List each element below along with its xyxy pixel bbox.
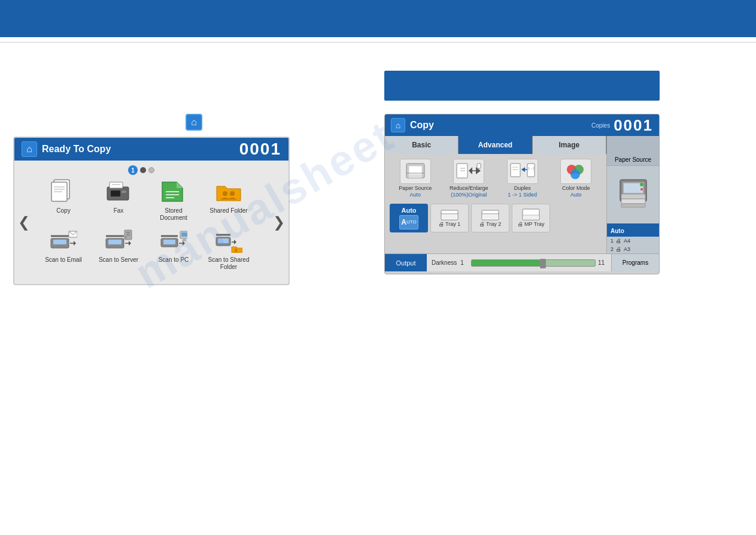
scan-pc-label: Scan to PC [159,256,189,264]
scan-email-icon [45,224,81,255]
copy-icon [45,175,81,206]
svg-rect-58 [511,164,520,177]
dots-area: 1 [128,165,154,175]
content-area: Paper Source Auto [385,154,659,253]
left-panel-header: Ready To Copy 0001 [14,138,289,161]
tab-basic[interactable]: Basic [385,136,459,154]
paper-list-item-a3[interactable]: 2 🖨 A3 [607,245,659,253]
duplex-label: Duplex [514,185,531,192]
svg-rect-24 [108,240,122,244]
a4-label: A4 [624,238,630,244]
scan-pc-icon [156,224,192,255]
output-button[interactable]: Output [385,254,427,271]
paper-option-tray2[interactable]: 🖨 Tray 2 [471,204,509,232]
programs-button[interactable]: Programs [611,254,659,271]
mp-tray-option-label: 🖨 MP Tray [518,221,545,227]
scan-email-label: Scan to Email [45,256,82,264]
right-home-icon: ⌂ [396,120,400,130]
scan-email-icon-item[interactable]: Scan to Email [40,224,87,264]
paper-source-header: Paper Source [607,154,659,166]
stored-document-icon-item[interactable]: StoredDocument [150,175,198,222]
svg-rect-33 [163,240,175,244]
copy-icon-item[interactable]: Copy [40,175,87,214]
svg-rect-40 [182,240,187,241]
svg-rect-39 [183,239,186,240]
stored-document-icon [156,175,192,206]
svg-point-15 [223,191,227,196]
fax-icon [101,175,136,206]
svg-rect-81 [621,204,645,207]
scan-shared-folder-icon [211,224,247,255]
left-panel: Ready To Copy 0001 1 ❮ [13,137,290,285]
features-row: Paper Source Auto [390,159,602,198]
svg-rect-18 [53,240,66,244]
scan-pc-icon-item[interactable]: Scan to PC [150,224,198,264]
darkness-min: 1 [460,259,469,266]
home-button[interactable] [22,141,37,157]
svg-rect-42 [218,238,229,243]
svg-rect-63 [527,164,535,177]
svg-rect-50 [409,174,422,178]
svg-marker-54 [469,167,472,174]
svg-marker-27 [129,241,131,246]
svg-marker-45 [234,240,236,244]
icons-row-1: Copy Fax [40,175,281,222]
reduce-enlarge-sublabel: (100%)Original [451,192,487,198]
svg-text:1→1: 1→1 [528,167,535,170]
page-badge: 1 [128,165,138,175]
auto-option-label: Auto [401,207,416,214]
svg-marker-36 [183,241,185,246]
feature-duplex[interactable]: 1→1 Duplex 1 -> 1 Sided [499,159,546,198]
panel-body: 1 ❮ [14,161,289,284]
right-sidebar: Paper Source A [606,154,659,253]
scan-server-icon-item[interactable]: Scan to Server [95,224,142,264]
svg-marker-61 [521,167,525,172]
reduce-enlarge-label: Reduce/Enlarge [450,185,488,192]
svg-rect-73 [483,215,497,219]
svg-marker-21 [74,241,76,246]
svg-point-83 [640,188,643,191]
duplex-sublabel: 1 -> 1 Sided [508,192,537,198]
main-content: Paper Source Auto [385,154,606,253]
tray1-option-label: 🖨 Tray 1 [439,221,461,227]
fax-label: Fax [114,207,124,214]
feature-reduce-enlarge[interactable]: Reduce/Enlarge (100%)Original [445,159,493,198]
right-panel-header: ⌂ Copy Copies 0001 [385,114,659,136]
shared-folder-label: Shared Folder [210,207,247,214]
svg-rect-79 [621,194,645,199]
tab-spacer [606,136,659,154]
paper-option-mp-tray[interactable]: 🖨 MP Tray [512,204,550,232]
tab-image[interactable]: Image [533,136,606,154]
tab-advanced[interactable]: Advanced [459,136,532,154]
right-home-button[interactable]: ⌂ [391,118,405,132]
darkness-area: Darkness 1 11 [427,254,611,271]
paper-options-row: Auto A UTO 🖨 Tray 1 [390,201,602,235]
scan-shared-folder-icon-item[interactable]: Scan to Shared Folder [205,224,253,271]
home-icon-standalone[interactable]: ⌂ [186,114,202,131]
svg-point-46 [235,249,237,251]
paper-source-sublabel: Auto [409,192,421,198]
feature-color-mode[interactable]: Color Mode Auto [552,159,600,198]
top-bar [0,0,756,37]
fax-icon-item[interactable]: Fax [95,175,142,214]
nav-arrow-right[interactable]: ❯ [273,214,285,231]
shared-folder-icon-item[interactable]: Shared Folder [205,175,253,214]
right-panel: ⌂ Copy Copies 0001 Basic Advanced Image [384,114,660,274]
right-panel-title-area: ⌂ Copy [391,118,434,132]
darkness-bar[interactable] [471,259,596,267]
dot-inactive [148,167,154,173]
svg-rect-38 [181,232,187,237]
a3-num: 2 [611,246,614,252]
svg-rect-80 [621,199,645,204]
shared-folder-icon [211,175,247,206]
svg-point-82 [640,183,643,186]
hr-line [0,42,756,43]
paper-option-auto[interactable]: Auto A UTO [390,204,428,232]
paper-list-item-a4[interactable]: 1 🖨 A4 [607,237,659,245]
paper-option-tray1[interactable]: 🖨 Tray 1 [430,204,469,232]
darkness-bar-thumb[interactable] [540,259,546,268]
paper-list-item-auto[interactable]: Auto [607,223,659,237]
feature-paper-source[interactable]: Paper Source Auto [391,159,439,198]
svg-marker-11 [177,182,183,188]
nav-arrow-left[interactable]: ❮ [18,214,30,231]
